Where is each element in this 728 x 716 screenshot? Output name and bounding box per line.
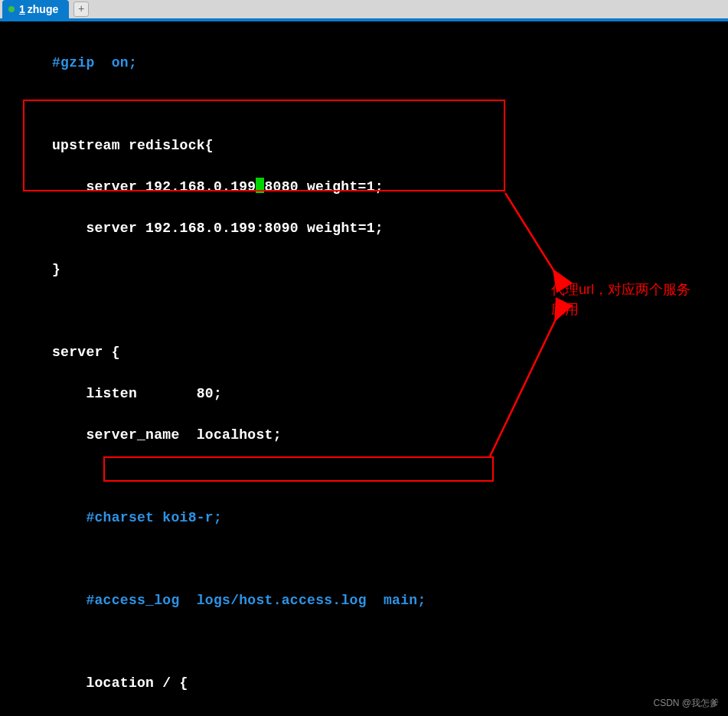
code-line: #access_log logs/host.access.log main; bbox=[0, 590, 728, 611]
code-line: location / { bbox=[0, 673, 728, 694]
code-line: server_name localhost; bbox=[0, 425, 728, 446]
blank-line bbox=[0, 466, 728, 487]
annotation-text: 代理url，对应两个服务 应用 bbox=[551, 280, 690, 319]
tab-bar: 1 zhuge + bbox=[0, 0, 728, 21]
annotation-line2: 应用 bbox=[551, 299, 690, 319]
blank-line bbox=[0, 549, 728, 570]
cursor-icon bbox=[256, 178, 264, 193]
tab-active[interactable]: 1 zhuge bbox=[2, 0, 69, 18]
code-line: #gzip on; bbox=[0, 53, 728, 74]
tab-name: zhuge bbox=[28, 3, 58, 15]
code-line: } bbox=[0, 260, 728, 280]
code-line: #charset koi8-r; bbox=[0, 508, 728, 528]
watermark: CSDN @我怎爹 bbox=[653, 697, 719, 710]
annotation-line1: 代理url，对应两个服务 bbox=[551, 280, 690, 299]
code-line: server { bbox=[0, 342, 728, 363]
blank-line bbox=[0, 632, 728, 652]
code-line: server 192.168.0.1998080 weight=1; bbox=[0, 177, 728, 198]
code-line: server 192.168.0.199:8090 weight=1; bbox=[0, 218, 728, 239]
terminal-content[interactable]: #gzip on; upstream redislock{ server 192… bbox=[0, 25, 728, 716]
add-tab-button[interactable]: + bbox=[73, 2, 89, 17]
status-dot-icon bbox=[8, 6, 15, 12]
code-line: listen 80; bbox=[0, 384, 728, 404]
blank-line bbox=[0, 94, 728, 115]
tab-index: 1 bbox=[19, 3, 25, 15]
code-line: upstream redislock{ bbox=[0, 136, 728, 156]
